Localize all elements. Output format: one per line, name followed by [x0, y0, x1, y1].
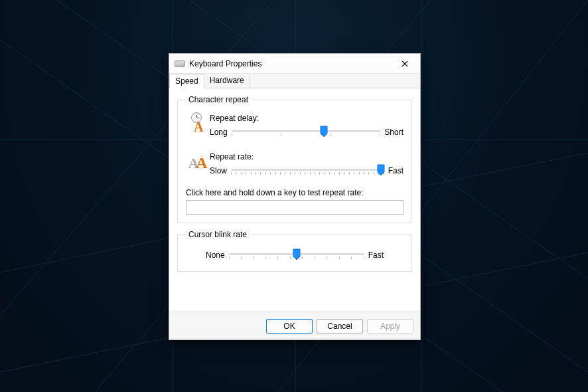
- dialog-buttons: OK Cancel Apply: [169, 312, 420, 340]
- repeat-delay-left: Long: [210, 128, 228, 137]
- tab-speed[interactable]: Speed: [169, 74, 204, 88]
- tab-strip: Speed Hardware: [169, 74, 420, 88]
- cancel-button[interactable]: Cancel: [317, 319, 363, 334]
- repeat-delay-icon: A: [188, 116, 207, 132]
- test-repeat-label: Click here and hold down a key to test r…: [186, 188, 404, 197]
- tab-hardware[interactable]: Hardware: [204, 74, 250, 88]
- apply-button[interactable]: Apply: [367, 319, 413, 334]
- titlebar[interactable]: Keyboard Properties: [169, 54, 420, 74]
- cursor-blink-left: None: [206, 250, 225, 260]
- ok-button[interactable]: OK: [266, 319, 313, 334]
- keyboard-icon: [175, 60, 185, 67]
- tab-content: Character repeat A Repeat delay: Long: [169, 88, 420, 312]
- cursor-blink-slider[interactable]: [229, 247, 364, 263]
- repeat-rate-left: Slow: [210, 166, 227, 175]
- character-repeat-legend: Character repeat: [186, 95, 251, 104]
- repeat-rate-row: AA Repeat rate: Slow: [186, 152, 404, 179]
- test-repeat-input[interactable]: [186, 200, 404, 215]
- cursor-blink-right: Fast: [368, 250, 384, 260]
- close-button[interactable]: [395, 56, 415, 72]
- cursor-blink-legend: Cursor blink rate: [186, 230, 250, 239]
- repeat-rate-right: Fast: [388, 166, 404, 175]
- character-repeat-group: Character repeat A Repeat delay: Long: [177, 95, 412, 223]
- repeat-rate-slider[interactable]: [231, 163, 384, 179]
- cursor-blink-group: Cursor blink rate None Fast: [177, 230, 412, 272]
- repeat-delay-label: Repeat delay:: [210, 114, 404, 123]
- window-title: Keyboard Properties: [189, 59, 395, 68]
- repeat-delay-right: Short: [384, 128, 404, 137]
- repeat-delay-row: A Repeat delay: Long Sh: [186, 114, 404, 140]
- repeat-rate-icon: AA: [188, 155, 207, 171]
- keyboard-properties-dialog: Keyboard Properties Speed Hardware Chara…: [169, 53, 421, 340]
- repeat-rate-label: Repeat rate:: [210, 152, 404, 161]
- repeat-delay-slider[interactable]: [232, 124, 381, 140]
